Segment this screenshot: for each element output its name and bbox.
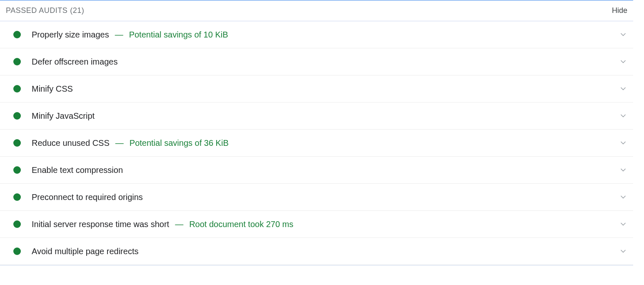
pass-icon [13,220,21,228]
chevron-down-icon [619,220,627,228]
pass-icon [13,193,21,201]
audit-detail: Root document took 270 ms [189,219,293,229]
pass-icon [13,31,21,38]
passed-audits-title-group: PASSED AUDITS (21) [6,6,84,15]
audit-row[interactable]: Reduce unused CSS — Potential savings of… [0,130,633,157]
chevron-down-icon [619,112,627,120]
audit-row[interactable]: Avoid multiple page redirects [0,238,633,265]
audit-row[interactable]: Initial server response time was short —… [0,211,633,238]
audit-title: Reduce unused CSS [32,138,110,148]
audit-title: Enable text compression [32,165,123,175]
chevron-down-icon [619,166,627,174]
pass-icon [13,85,21,92]
passed-audits-count: (21) [70,6,84,15]
pass-icon [13,112,21,120]
audit-row-body: Reduce unused CSS — Potential savings of… [32,138,614,148]
audit-title: Preconnect to required origins [32,192,143,202]
pass-icon [13,139,21,147]
audit-detail: Potential savings of 36 KiB [130,138,229,148]
audit-title: Properly size images [32,30,109,40]
audit-title: Avoid multiple page redirects [32,246,138,256]
chevron-down-icon [619,30,627,39]
audit-title: Minify JavaScript [32,111,95,121]
passed-audits-panel: PASSED AUDITS (21) Hide Properly size im… [0,0,633,265]
audit-row[interactable]: Minify JavaScript [0,102,633,130]
audit-row[interactable]: Minify CSS [0,75,633,102]
chevron-down-icon [619,139,627,147]
audit-dash: — [175,219,183,229]
audit-row-body: Minify JavaScript [32,111,614,121]
audit-title: Minify CSS [32,84,73,94]
audit-row-body: Avoid multiple page redirects [32,246,614,256]
audit-row-body: Initial server response time was short —… [32,219,614,229]
audit-detail: Potential savings of 10 KiB [129,30,228,40]
audit-title: Initial server response time was short [32,219,169,229]
audit-dash: — [115,138,124,148]
passed-audits-title: PASSED AUDITS [6,6,67,15]
audit-row[interactable]: Defer offscreen images [0,48,633,75]
pass-icon [13,58,21,65]
audit-row-body: Minify CSS [32,84,614,94]
audit-row[interactable]: Preconnect to required origins [0,184,633,211]
pass-icon [13,166,21,174]
audit-list: Properly size images — Potential savings… [0,21,633,265]
pass-icon [13,248,21,255]
audit-row-body: Preconnect to required origins [32,192,614,202]
audit-row-body: Defer offscreen images [32,57,614,67]
chevron-down-icon [619,193,627,201]
audit-row-body: Enable text compression [32,165,614,175]
audit-row-body: Properly size images — Potential savings… [32,30,614,40]
passed-audits-header[interactable]: PASSED AUDITS (21) Hide [0,0,633,21]
audit-row[interactable]: Enable text compression [0,157,633,184]
audit-dash: — [115,30,123,40]
hide-button[interactable]: Hide [612,6,627,15]
chevron-down-icon [619,247,627,255]
chevron-down-icon [619,85,627,93]
chevron-down-icon [619,58,627,66]
audit-title: Defer offscreen images [32,57,117,67]
audit-row[interactable]: Properly size images — Potential savings… [0,21,633,48]
